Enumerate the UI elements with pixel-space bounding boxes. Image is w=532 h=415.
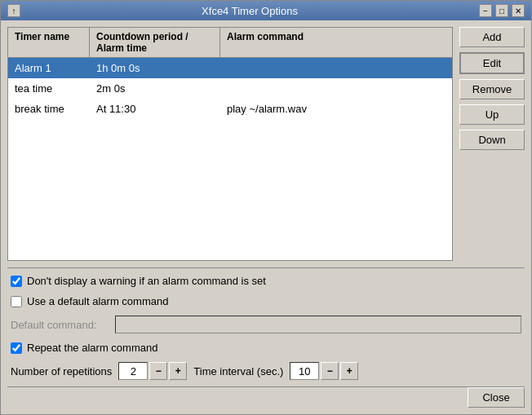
cell-countdown: 2m 0s [90, 81, 220, 96]
repetitions-label: Number of repetitions [11, 365, 112, 377]
table-body: Alarm 1 1h 0m 0s tea time 2m 0s break ti… [8, 58, 452, 119]
table-row[interactable]: break time At 11:30 play ~/alarm.wav [8, 99, 452, 119]
close-btn-title[interactable]: ✕ [512, 4, 525, 17]
default-command-input[interactable] [115, 316, 521, 333]
main-content: Timer name Countdown period / Alarm time… [1, 20, 531, 267]
no-warning-checkbox[interactable] [11, 276, 22, 287]
table-section: Timer name Countdown period / Alarm time… [7, 27, 453, 261]
close-row: Close [1, 387, 531, 414]
use-default-label: Use a default alarm command [27, 295, 168, 307]
repetitions-increment[interactable]: + [169, 362, 187, 380]
minimize-btn[interactable]: − [479, 4, 492, 17]
remove-button[interactable]: Remove [459, 79, 525, 99]
arrow-up-btn[interactable]: ↑ [7, 4, 20, 17]
repetitions-row: Number of repetitions 2 − + Time interva… [11, 362, 521, 380]
cell-countdown: 1h 0m 0s [90, 60, 220, 76]
table-header: Timer name Countdown period / Alarm time… [8, 28, 452, 58]
edit-button[interactable]: Edit [459, 52, 525, 74]
add-button[interactable]: Add [459, 27, 525, 47]
repetitions-decrement[interactable]: − [149, 362, 167, 380]
interval-decrement[interactable]: − [321, 362, 339, 380]
cell-name: Alarm 1 [8, 60, 90, 76]
cell-alarm [220, 60, 452, 76]
repeat-row: Repeat the alarm command [11, 342, 521, 354]
interval-label: Time interval (sec.) [193, 365, 283, 377]
close-button[interactable]: Close [468, 387, 525, 408]
interval-value: 10 [290, 362, 319, 380]
cell-name: break time [8, 101, 90, 117]
maximize-btn[interactable]: □ [495, 4, 508, 17]
repetitions-value: 2 [118, 362, 148, 380]
use-default-row: Use a default alarm command [11, 295, 521, 307]
title-bar-arrows[interactable]: ↑ [7, 4, 20, 17]
use-default-checkbox[interactable] [11, 296, 22, 307]
title-bar: ↑ Xfce4 Timer Options − □ ✕ [1, 1, 531, 20]
repeat-label: Repeat the alarm command [27, 342, 157, 354]
down-button[interactable]: Down [459, 130, 525, 150]
bottom-section: Don't display a warning if an alarm comm… [1, 268, 531, 386]
cell-alarm [220, 81, 452, 96]
col-header-countdown: Countdown period / Alarm time [90, 28, 220, 57]
col-header-name: Timer name [8, 28, 90, 57]
interval-spinner: 10 − + [290, 362, 358, 380]
no-warning-row: Don't display a warning if an alarm comm… [11, 275, 521, 287]
cell-countdown: At 11:30 [90, 101, 220, 117]
up-button[interactable]: Up [459, 104, 525, 125]
repetitions-spinner: 2 − + [118, 362, 187, 380]
default-command-label: Default command: [11, 319, 109, 331]
window-title: Xfce4 Timer Options [20, 5, 479, 17]
table-row[interactable]: Alarm 1 1h 0m 0s [8, 58, 452, 78]
timer-table: Timer name Countdown period / Alarm time… [7, 27, 453, 261]
window-controls[interactable]: − □ ✕ [479, 4, 525, 17]
action-buttons: Add Edit Remove Up Down [459, 27, 525, 261]
cell-alarm: play ~/alarm.wav [220, 101, 452, 117]
repeat-checkbox[interactable] [11, 342, 22, 354]
default-command-row: Default command: [11, 316, 521, 333]
table-row[interactable]: tea time 2m 0s [8, 78, 452, 99]
cell-name: tea time [8, 81, 90, 96]
col-header-alarm: Alarm command [220, 28, 452, 57]
interval-increment[interactable]: + [340, 362, 358, 380]
no-warning-label: Don't display a warning if an alarm comm… [27, 275, 266, 287]
